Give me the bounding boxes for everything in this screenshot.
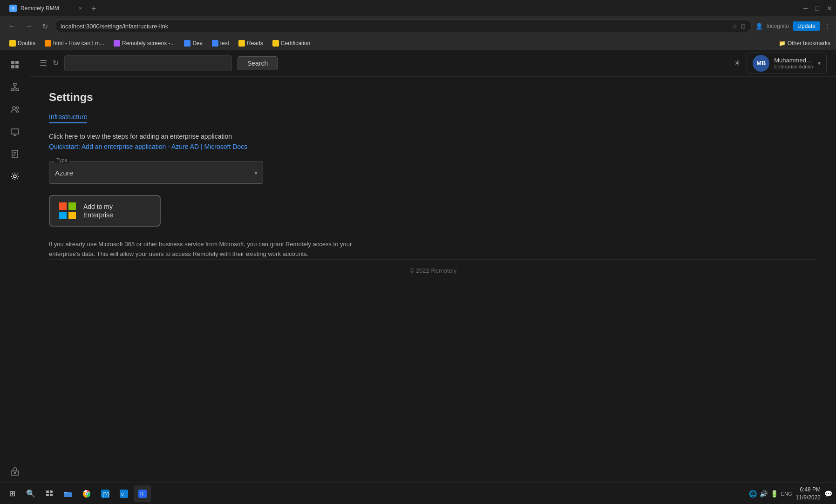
incognito-icon: 👤 [755,23,763,30]
browser-tab[interactable]: R Remotely RMM × [4,1,88,16]
bookmark-cert-label: Certification [281,40,310,47]
bookmark-remotely[interactable]: Remotely screens -... [110,39,178,47]
add-enterprise-label: Add to my Enterprise [83,202,113,219]
taskbar-remotely-icon[interactable]: R [134,485,151,487]
bookmark-test[interactable]: test [208,39,233,47]
address-bar-row: ← → ↻ localhost:3000/settings/infastruct… [0,16,836,36]
bookmark-html-icon [45,40,51,47]
svg-rect-12 [11,129,19,134]
other-bookmarks-label: Other bookmarks [788,40,830,47]
back-button[interactable]: ← [6,20,19,32]
azure-docs-link[interactable]: Quickstart: Add an enterprise applicatio… [49,143,817,150]
svg-rect-0 [11,61,14,64]
new-tab-button[interactable]: + [88,2,100,16]
bookmark-doubts[interactable]: Doubts [6,39,39,47]
bookmark-star-icon[interactable]: ☆ [732,23,738,30]
svg-rect-20 [11,471,19,475]
ms-logo-yellow [68,212,76,219]
bookmark-certification[interactable]: Certification [269,39,314,47]
refresh-icon[interactable]: ↻ [53,59,59,67]
sidebar-item-users[interactable] [6,100,24,119]
svg-rect-3 [15,65,19,68]
bookmark-html-label: html - How can I m... [53,40,104,47]
menu-icon[interactable]: ☰ [40,58,47,68]
bookmark-reads-label: Reads [247,40,263,47]
taskbar-chrome-icon[interactable] [78,485,95,487]
type-dropdown[interactable]: Azure [49,161,263,184]
taskbar-right: 🌐 🔊 🔋 ENG 6:48 PM 11/9/2022 💬 [749,486,832,486]
top-bar-right: ☀ MB Muhammed.... Enterprise Admin ▾ [734,53,827,74]
sidebar [0,50,30,486]
pip-icon[interactable]: ⊡ [741,23,746,30]
search-button[interactable]: Search [238,56,278,70]
bookmark-doubts-icon [9,40,16,47]
microsoft-logo [59,202,76,219]
ms-logo-red [59,202,67,210]
type-label: Type [54,157,69,163]
bookmark-dev-label: Dev [192,40,202,47]
taskbar: ⊞ 🔍 [0,483,836,486]
sidebar-item-devices[interactable] [6,122,24,141]
browser-actions: 👤 Incognito Update ⋮ [755,21,830,31]
other-bookmarks[interactable]: 📁 Other bookmarks [779,40,830,47]
address-bar[interactable]: localhost:3000/settings/infastructure-li… [54,19,752,33]
sidebar-item-hierarchy[interactable] [6,78,24,96]
tab-bar: R Remotely RMM × + [4,1,800,16]
forward-button[interactable]: → [22,20,35,32]
bookmark-remotely-label: Remotely screens -... [122,40,175,47]
browser-chrome: R Remotely RMM × + ─ □ ✕ ← → ↻ localhost… [0,0,836,50]
svg-point-10 [13,107,15,109]
svg-rect-2 [11,65,14,68]
user-name: Muhammed.... [774,57,813,64]
window-controls: ─ □ ✕ [803,5,832,12]
svg-point-21 [14,472,16,474]
taskbar-edge-icon[interactable]: e [116,485,132,487]
address-text: localhost:3000/settings/infastructure-li… [61,23,728,30]
main-area: ☰ ↻ Search ☀ MB Muhammed.... Enterprise … [30,50,836,486]
update-button[interactable]: Update [793,21,820,31]
taskbar-start-button[interactable]: ⊞ [4,485,20,487]
sidebar-item-reports[interactable] [6,145,24,163]
bookmark-dev[interactable]: Dev [180,39,206,47]
bookmark-doubts-label: Doubts [18,40,35,47]
sidebar-item-enterprise[interactable] [6,462,24,481]
app-container: ☰ ↻ Search ☀ MB Muhammed.... Enterprise … [0,50,836,486]
top-bar: ☰ ↻ Search ☀ MB Muhammed.... Enterprise … [30,50,836,77]
search-input[interactable] [64,55,232,71]
taskbar-vscode-icon[interactable]: {'}'} [97,485,114,487]
user-role: Enterprise Admin [774,64,813,69]
browser-menu-icon[interactable]: ⋮ [824,22,830,30]
maximize-icon[interactable]: □ [816,5,819,12]
user-avatar: MB [753,55,769,72]
close-window-icon[interactable]: ✕ [827,5,832,12]
info-text: If you already use Microsoft 365 or othe… [49,240,375,259]
tab-favicon: R [9,5,17,12]
taskbar-search-icon[interactable]: 🔍 [22,485,39,487]
theme-toggle-icon[interactable]: ☀ [734,58,741,68]
tab-close-icon[interactable]: × [79,5,82,12]
clock: 6:48 PM 11/9/2022 [796,486,821,486]
user-dropdown-arrow[interactable]: ▾ [818,60,821,67]
svg-rect-5 [11,89,14,91]
bookmark-cert-icon [272,40,279,47]
bookmark-reads[interactable]: Reads [235,39,267,47]
bookmark-remotely-icon [114,40,120,47]
svg-rect-6 [16,89,19,91]
page-content: Settings Infrastructure Click here to vi… [30,77,836,486]
refresh-button[interactable]: ↻ [39,20,51,33]
taskbar-explorer-icon[interactable] [60,485,76,487]
incognito-label: Incognito [767,23,789,29]
bookmark-html[interactable]: html - How can I m... [41,39,108,47]
address-icons: ☆ ⊡ [732,23,746,30]
sidebar-item-dashboard[interactable] [6,55,24,74]
add-enterprise-button[interactable]: Add to my Enterprise [49,195,161,227]
sidebar-item-settings[interactable] [6,167,24,186]
infrastructure-tab-link[interactable]: Infrastructure [49,113,87,123]
minimize-icon[interactable]: ─ [803,5,808,12]
ms-logo-blue [59,212,67,219]
taskbar-task-view-icon[interactable] [41,485,58,487]
bookmark-reads-icon [238,40,245,47]
user-profile-area[interactable]: MB Muhammed.... Enterprise Admin ▾ [747,53,827,74]
page-title: Settings [49,91,817,104]
type-dropdown-wrapper: Type Azure ▾ [49,161,263,184]
